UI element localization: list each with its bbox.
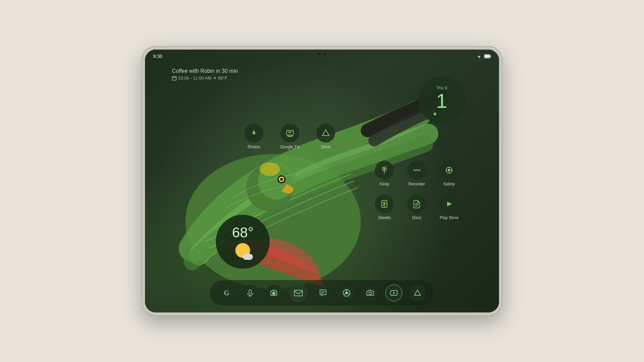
google-tv-label: Google TV [280,145,299,149]
app-drive[interactable]: Drive [316,124,335,149]
svg-rect-10 [172,77,176,80]
microphone-icon [246,289,254,297]
gmail-icon [294,289,303,297]
svg-line-37 [344,294,345,295]
drive-icon-circle [316,124,335,143]
calendar-widget[interactable]: Coffee with Robin in 30 min 10:00 - 11:0… [172,68,238,81]
play-store-label: Play Store [440,215,458,220]
docs-label: Docs [412,215,421,220]
app-keep[interactable]: Keep [375,161,394,186]
svg-line-38 [348,294,350,295]
docs-icon [412,199,421,209]
app-row-middle: Keep Recorder Safety [375,161,459,186]
svg-rect-9 [485,55,490,58]
keep-icon-circle [375,161,394,180]
dock-gmail[interactable] [289,283,308,302]
photos-label: Photos [247,145,260,149]
sheets-icon [380,199,389,209]
wifi-icon [476,54,482,59]
weather-widget[interactable]: 68° [216,215,270,269]
app-photos[interactable]: Photos [244,124,263,149]
photos-icon-circle [244,124,263,143]
dock-microphone[interactable] [242,284,259,301]
svg-point-5 [280,178,283,181]
event-time-text: 10:00 - 11:00 AM [178,76,211,81]
weather-inline: ☀ 68°F [213,76,227,81]
clock-widget[interactable]: Thu 6 1 [418,77,465,124]
app-recorder[interactable]: Recorder [407,161,426,186]
dock: G [210,280,434,306]
keep-label: Keep [380,182,389,186]
app-sheets[interactable]: Sheets [375,194,394,220]
dock-camera[interactable] [362,284,379,301]
tablet-screen: 9:30 Coffee with Robin in 30 min [145,50,499,312]
dock-camera-search[interactable] [265,284,282,301]
svg-point-17 [448,169,450,171]
app-docs[interactable]: Docs [407,194,426,220]
google-tv-icon [285,128,295,138]
sun-icon [235,243,250,258]
status-bar: 9:30 [145,50,499,63]
dock-messages[interactable] [315,284,331,301]
svg-point-35 [345,292,348,294]
camera-search-icon [270,289,277,297]
sheets-icon-circle [375,194,394,213]
play-store-icon-circle [440,194,459,213]
cloud-icon [243,254,253,260]
svg-point-30 [273,293,274,294]
keep-icon [380,165,389,175]
parrot-art [165,80,445,299]
drive-dock-icon [414,289,421,297]
app-row-top: Photos Google TV [244,124,335,149]
dock-youtube[interactable] [385,284,402,301]
calendar-event-time: 10:00 - 11:00 AM ☀ 68°F [172,76,238,81]
youtube-icon [390,290,398,296]
app-google-tv[interactable]: Google TV [280,124,299,149]
status-time: 9:30 [153,54,162,59]
safety-icon [444,165,454,175]
dock-chrome[interactable] [338,284,355,301]
calendar-icon [172,76,177,81]
dock-drive[interactable] [409,284,426,301]
google-tv-icon-circle [281,124,299,143]
app-safety[interactable]: Safety [440,161,459,186]
svg-point-39 [369,292,372,295]
drive-label: Drive [321,145,330,149]
battery-icon [484,54,491,58]
google-icon: G [224,289,229,297]
calendar-event-title: Coffee with Robin in 30 min [172,68,238,74]
app-row-bottom: Sheets Docs [375,194,459,220]
recorder-icon-circle [407,161,426,180]
dock-google[interactable]: G [218,284,235,301]
safety-icon-circle [440,161,459,180]
recorder-icon [412,165,421,175]
clock-dot [434,113,436,115]
svg-rect-31 [294,290,302,296]
recorder-label: Recorder [408,182,425,186]
messages-icon [319,289,327,297]
weather-temperature: 68° [232,225,254,240]
svg-point-15 [384,168,385,170]
play-store-icon [444,199,454,209]
chrome-icon [343,289,351,297]
safety-label: Safety [443,182,455,186]
clock-time: 1 [436,91,447,111]
svg-rect-26 [249,290,252,294]
status-icons [476,54,491,59]
app-play-store[interactable]: Play Store [440,194,459,220]
photos-icon [249,128,259,138]
svg-point-6 [260,162,280,176]
svg-rect-8 [490,56,491,57]
camera-icon [367,290,374,296]
sheets-label: Sheets [378,215,390,220]
tablet-device: 9:30 Coffee with Robin in 30 min [142,46,502,316]
drive-icon [321,128,330,138]
docs-icon-circle [407,194,426,213]
